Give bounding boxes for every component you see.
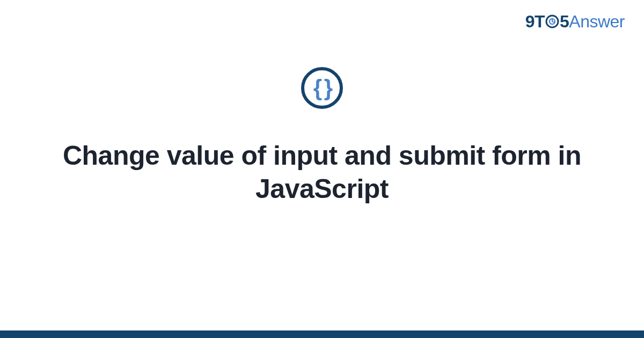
code-braces-icon: { } (313, 77, 331, 99)
footer-bar (0, 330, 644, 338)
brand-answer: Answer (569, 12, 625, 31)
brand-logo: 9T5Answer (525, 12, 625, 33)
svg-line-3 (552, 21, 554, 23)
brand-five: 5 (560, 12, 569, 31)
page-title: Change value of input and submit form in… (48, 139, 596, 205)
code-badge: { } (301, 67, 343, 109)
brand-t: T (535, 12, 545, 31)
clock-icon (545, 13, 559, 33)
brand-nine: 9 (525, 12, 535, 31)
main-content: { } Change value of input and submit for… (0, 67, 644, 205)
